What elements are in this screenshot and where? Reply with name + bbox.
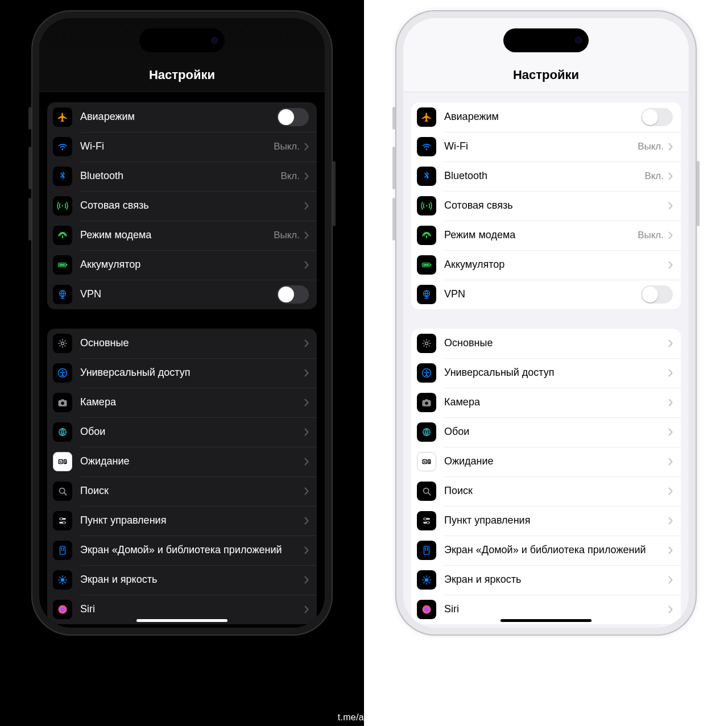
svg-rect-27 (61, 547, 62, 549)
settings-row-hotspot[interactable]: Режим модемаВыкл. (47, 221, 317, 250)
chevron-right-icon (668, 143, 673, 151)
settings-row-label: Авиарежим (444, 111, 641, 123)
chevron-right-icon (668, 576, 673, 584)
settings-row-label: Сотовая связь (444, 200, 668, 212)
wifi-icon (53, 137, 72, 156)
settings-row-homescreen[interactable]: Экран «Домой» и библиотека приложений (47, 536, 317, 565)
svg-rect-60 (425, 547, 426, 549)
phone-light: Настройки АвиарежимWi-FiВыкл.BluetoothВк… (395, 10, 697, 636)
svg-point-58 (427, 521, 429, 524)
homescreen-icon (53, 541, 72, 560)
settings-group: ОсновныеУниверсальный доступКамераОбоиОж… (411, 329, 681, 624)
dynamic-island (503, 28, 589, 52)
settings-row-control[interactable]: Пункт управления (411, 506, 681, 536)
homescreen-icon (417, 541, 436, 560)
svg-rect-37 (431, 264, 432, 265)
settings-row-wifi[interactable]: Wi-FiВыкл. (47, 132, 317, 161)
chevron-right-icon (668, 339, 673, 347)
chevron-right-icon (668, 369, 673, 377)
hotspot-icon (53, 226, 72, 245)
settings-row-vpn[interactable]: VPN (411, 280, 681, 309)
svg-rect-40 (425, 298, 429, 298)
settings-row-general[interactable]: Основные (47, 329, 317, 358)
vpn-toggle[interactable] (641, 285, 673, 304)
page-title-text: Настройки (149, 68, 215, 82)
chevron-right-icon (304, 605, 309, 613)
siri-icon (417, 600, 436, 619)
settings-row-label: Обои (444, 426, 668, 438)
settings-row-general[interactable]: Основные (411, 329, 681, 358)
side-button (333, 161, 336, 226)
settings-row-hotspot[interactable]: Режим модемаВыкл. (411, 221, 681, 250)
settings-row-label: Универсальный доступ (444, 367, 668, 379)
home-indicator[interactable] (136, 619, 228, 622)
settings-row-standby[interactable]: Ожидание (47, 447, 317, 476)
airplane-toggle[interactable] (641, 108, 673, 126)
settings-row-accessibility[interactable]: Универсальный доступ (411, 358, 681, 388)
svg-point-43 (426, 370, 428, 372)
settings-row-control[interactable]: Пункт управления (47, 506, 317, 536)
settings-row-search[interactable]: Поиск (47, 476, 317, 506)
side-button (392, 147, 395, 189)
cellular-icon (417, 196, 436, 215)
settings-row-label: Wi-Fi (80, 140, 274, 153)
side-button (392, 107, 395, 130)
settings-row-battery[interactable]: Аккумулятор (411, 250, 681, 280)
settings-row-wallpaper[interactable]: Обои (47, 417, 317, 447)
camera-icon (53, 393, 72, 412)
settings-row-label: Камера (444, 396, 668, 409)
dynamic-island (139, 28, 225, 52)
chevron-right-icon (668, 517, 673, 525)
display-icon (53, 570, 72, 590)
home-indicator[interactable] (500, 619, 592, 622)
settings-row-wifi[interactable]: Wi-FiВыкл. (411, 132, 681, 161)
chevron-right-icon (668, 399, 673, 406)
svg-point-13 (61, 402, 64, 405)
settings-row-search[interactable]: Поиск (411, 476, 681, 506)
phone-dark: Настройки АвиарежимWi-FiВыкл.BluetoothВк… (31, 10, 333, 636)
side-button (392, 198, 395, 240)
wallpaper-icon (417, 422, 436, 442)
battery-icon (417, 255, 436, 275)
settings-row-detail: Выкл. (274, 230, 300, 241)
airplane-icon (53, 107, 72, 127)
svg-point-31 (61, 578, 65, 582)
settings-row-label: Основные (80, 337, 304, 350)
svg-point-10 (62, 370, 64, 372)
svg-rect-29 (61, 549, 62, 550)
settings-row-airplane[interactable]: Авиарежим (411, 102, 681, 132)
settings-row-cellular[interactable]: Сотовая связь (411, 191, 681, 221)
settings-row-vpn[interactable]: VPN (47, 280, 317, 309)
settings-row-battery[interactable]: Аккумулятор (47, 250, 317, 280)
chevron-right-icon (304, 143, 309, 151)
vpn-toggle[interactable] (277, 285, 309, 304)
standby-icon (53, 452, 72, 471)
settings-row-cellular[interactable]: Сотовая связь (47, 191, 317, 221)
settings-row-display[interactable]: Экран и яркость (411, 565, 681, 595)
chevron-right-icon (668, 458, 673, 466)
svg-point-41 (425, 342, 428, 345)
svg-point-46 (425, 402, 428, 405)
svg-point-0 (62, 205, 64, 207)
settings-row-homescreen[interactable]: Экран «Домой» и библиотека приложений (411, 536, 681, 565)
settings-row-label: Siri (444, 603, 668, 616)
settings-row-bluetooth[interactable]: BluetoothВкл. (47, 161, 317, 191)
airplane-toggle[interactable] (277, 108, 309, 126)
svg-point-64 (425, 578, 429, 582)
settings-row-bluetooth[interactable]: BluetoothВкл. (411, 161, 681, 191)
settings-row-camera[interactable]: Камера (47, 388, 317, 417)
settings-row-detail: Вкл. (280, 171, 300, 182)
settings-row-camera[interactable]: Камера (411, 388, 681, 417)
svg-point-23 (60, 518, 62, 520)
svg-point-8 (61, 342, 64, 345)
settings-row-accessibility[interactable]: Универсальный доступ (47, 358, 317, 388)
settings-row-airplane[interactable]: Авиарежим (47, 102, 317, 132)
settings-row-standby[interactable]: Ожидание (411, 447, 681, 476)
svg-rect-4 (67, 264, 68, 265)
settings-row-label: Аккумулятор (80, 259, 304, 271)
settings-row-label: Поиск (444, 485, 668, 497)
settings-row-wallpaper[interactable]: Обои (411, 417, 681, 447)
settings-row-display[interactable]: Экран и яркость (47, 565, 317, 595)
svg-rect-34 (426, 235, 427, 238)
svg-rect-36 (423, 264, 429, 265)
